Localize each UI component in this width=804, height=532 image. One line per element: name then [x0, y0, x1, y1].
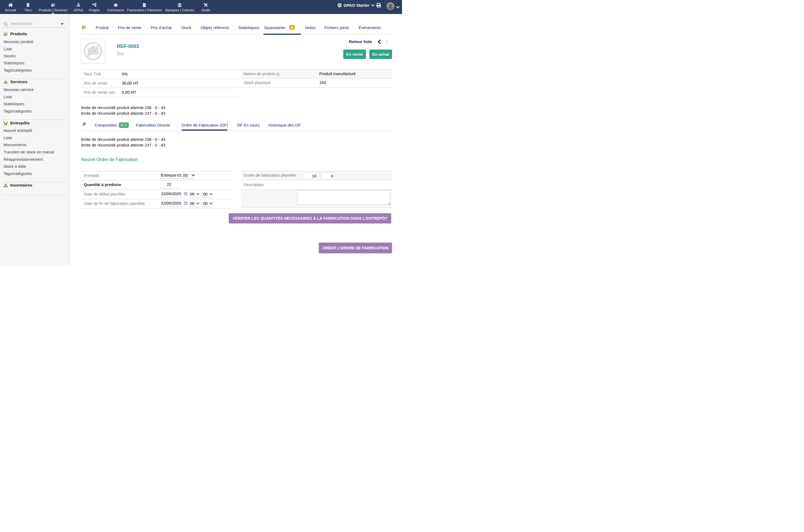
svg-text:$: $ [144, 4, 145, 6]
